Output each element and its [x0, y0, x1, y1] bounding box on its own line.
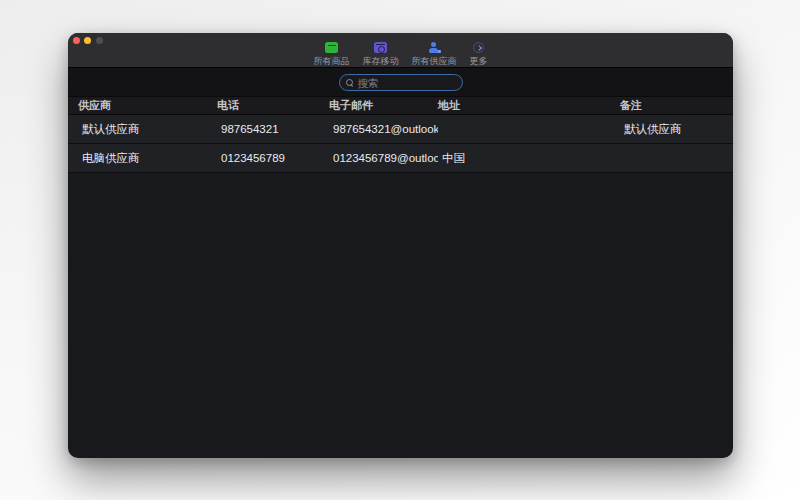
column-header-supplier[interactable]: 供应商 [78, 98, 217, 113]
close-button[interactable] [73, 37, 80, 44]
toolbar-item-stock-movement[interactable]: 库存移动 [363, 42, 399, 66]
toolbar-item-label: 所有供应商 [412, 56, 457, 66]
column-header-phone[interactable]: 电话 [217, 98, 329, 113]
cell-email: 0123456789@outlook.com [329, 152, 438, 164]
cell-address: 中国 [438, 151, 620, 166]
toolbar-item-label: 所有商品 [314, 56, 350, 66]
column-header-email[interactable]: 电子邮件 [329, 98, 438, 113]
table-row[interactable]: 电脑供应商 0123456789 0123456789@outlook.com … [68, 144, 733, 173]
more-chevron-circle-icon [473, 42, 484, 53]
cell-note: 默认供应商 [620, 122, 733, 137]
toolbar-item-all-suppliers[interactable]: 所有供应商 [412, 42, 457, 66]
toolbar-item-more[interactable]: 更多 [470, 42, 488, 66]
app-window: 所有商品 库存移动 所有供应商 更多 + 供应商 电话 电子邮件 地址 [68, 33, 733, 458]
all-products-box-icon [325, 42, 338, 53]
zoom-button-disabled [96, 37, 103, 44]
toolbar: 所有商品 库存移动 所有供应商 更多 [314, 42, 488, 66]
search-input[interactable] [358, 77, 456, 89]
cell-supplier: 默认供应商 [78, 122, 217, 137]
titlebar: 所有商品 库存移动 所有供应商 更多 [68, 33, 733, 68]
cell-phone: 987654321 [217, 123, 329, 135]
cell-phone: 0123456789 [217, 152, 329, 164]
traffic-lights [73, 37, 103, 44]
column-header-address[interactable]: 地址 [438, 98, 620, 113]
toolbar-item-label: 库存移动 [363, 56, 399, 66]
search-field[interactable] [339, 74, 463, 91]
search-strip: + [68, 68, 733, 96]
stock-movement-box-icon [374, 42, 387, 53]
search-icon [346, 79, 354, 87]
toolbar-item-label: 更多 [470, 56, 488, 66]
suppliers-person-icon [428, 42, 441, 53]
column-header-note[interactable]: 备注 [620, 98, 733, 113]
toolbar-item-all-products[interactable]: 所有商品 [314, 42, 350, 66]
table-row[interactable]: 默认供应商 987654321 987654321@outlook.com 默认… [68, 115, 733, 144]
supplier-table: 默认供应商 987654321 987654321@outlook.com 默认… [68, 115, 733, 173]
cell-email: 987654321@outlook.com [329, 123, 438, 135]
table-header: 供应商 电话 电子邮件 地址 备注 [68, 96, 733, 115]
cell-supplier: 电脑供应商 [78, 151, 217, 166]
minimize-button[interactable] [84, 37, 91, 44]
